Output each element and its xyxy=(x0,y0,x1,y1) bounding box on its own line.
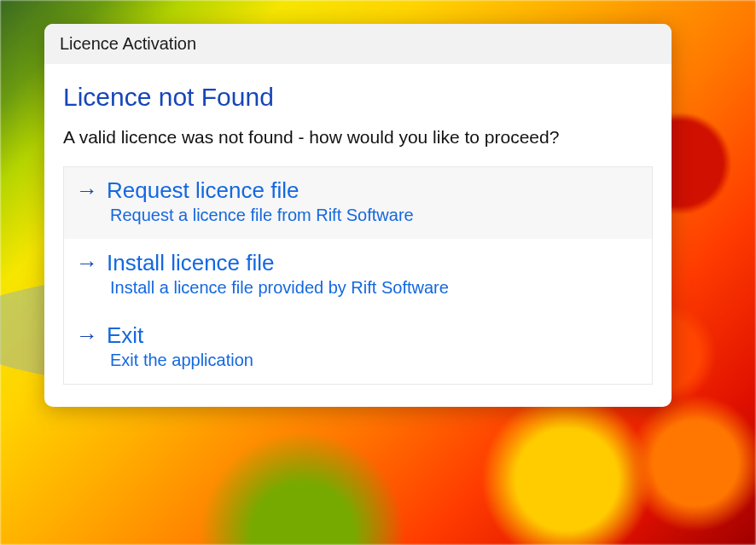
dialog-description: A valid licence was not found - how woul… xyxy=(63,127,653,148)
option-subtitle: Exit the application xyxy=(110,351,640,370)
option-title: Install licence file xyxy=(107,250,275,276)
option-subtitle: Install a licence file provided by Rift … xyxy=(110,278,640,298)
dialog-titlebar: Licence Activation xyxy=(44,24,672,64)
option-install-licence[interactable]: → Install licence file Install a licence… xyxy=(64,239,652,311)
dialog-title: Licence Activation xyxy=(60,34,196,53)
options-list: → Request licence file Request a licence… xyxy=(63,166,653,385)
arrow-right-icon: → xyxy=(76,179,98,201)
arrow-right-icon: → xyxy=(76,252,98,274)
licence-activation-dialog: Licence Activation Licence not Found A v… xyxy=(44,24,672,407)
dialog-heading: Licence not Found xyxy=(63,83,653,112)
option-title: Request licence file xyxy=(107,177,299,204)
option-title: Exit xyxy=(107,322,143,349)
option-subtitle: Request a licence file from Rift Softwar… xyxy=(110,206,640,225)
option-exit[interactable]: → Exit Exit the application xyxy=(64,311,652,384)
option-request-licence[interactable]: → Request licence file Request a licence… xyxy=(64,167,652,239)
arrow-right-icon: → xyxy=(76,324,98,346)
